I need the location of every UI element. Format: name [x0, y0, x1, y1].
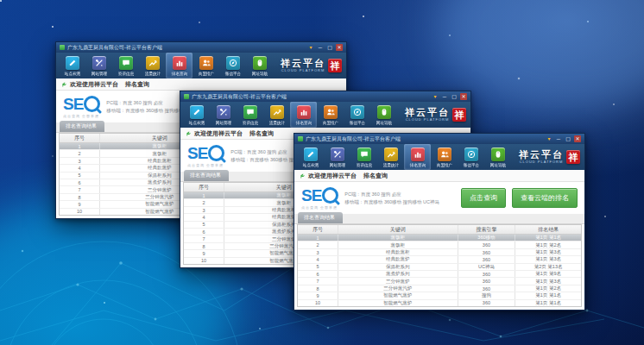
minimize-button[interactable]: ─: [555, 135, 562, 142]
toolbar-item-chat[interactable]: 资费信息: [112, 53, 139, 78]
table-row[interactable]: 2 蒸饭柜 360 第1页 第2名: [298, 242, 581, 248]
toolbar-item-compass[interactable]: 微信平台: [458, 144, 484, 170]
toolbar-item-label: 流量统计: [268, 120, 284, 125]
toolbar-item-line-chart[interactable]: 流量统计: [139, 53, 166, 78]
tab-ranking-results[interactable]: 排名查询结果: [184, 170, 229, 181]
toolbar-item-bar-chart[interactable]: 排名查询: [166, 53, 193, 78]
cell-engine: 360: [458, 285, 516, 292]
query-button[interactable]: 点击查询: [461, 188, 506, 208]
toolbar-item-pencil[interactable]: 站点检测: [59, 53, 85, 78]
cell-no: 6: [298, 271, 338, 277]
maximize-button[interactable]: ▢: [326, 44, 333, 51]
cloud-rank-button[interactable]: 查看云端的排名: [512, 188, 578, 208]
toolbar-item-label: 站点检测: [302, 162, 318, 167]
toolbar-item-users[interactable]: 商盟推广: [317, 102, 344, 128]
minimize-button[interactable]: ─: [441, 93, 448, 100]
seo-wordmark: SE: [63, 96, 83, 112]
cell-no: 3: [184, 207, 224, 213]
tab-ranking-results[interactable]: 排名查询结果: [298, 212, 343, 223]
pencil-icon: [190, 105, 204, 119]
window-titlebar[interactable]: 广东九鼎王厨具有限公司-祥云平台客户端 ▾ ─ ▢ ✕: [180, 91, 470, 102]
cell-keyword: 三分钟蒸汽炉: [338, 285, 458, 292]
table-body: 1 蒸饭柜 360移动 第1页 第1名 2 蒸饭柜 360 第1页 第2名 3 …: [298, 235, 581, 306]
toolbar-item-tools[interactable]: 网站管理: [85, 53, 112, 78]
toolbar-item-chat[interactable]: 资费信息: [350, 144, 377, 170]
toolbar-item-label: 商盟推广: [436, 162, 451, 167]
cell-no: 8: [184, 243, 224, 249]
table-row[interactable]: 7 三分钟蒸炉 360 第1页 第3名: [298, 278, 581, 285]
window-titlebar[interactable]: 广东九鼎王厨具有限公司-祥云平台客户端 ▾ ─ ▢ ✕: [56, 42, 346, 53]
table-row[interactable]: 8 三分钟蒸汽炉 360 第1页 第2名: [298, 285, 581, 292]
cell-keyword: 蒸饭柜: [338, 235, 458, 241]
toolbar-item-label: 排名查询: [409, 162, 425, 167]
brand-area: 祥云平台 CLOUD PLATFORM 祥: [405, 102, 468, 128]
cell-no: 5: [298, 264, 338, 270]
tab-ranking-results[interactable]: 排名查询结果: [60, 121, 104, 132]
mouse-icon: [377, 105, 391, 119]
header-no: 序号: [60, 134, 100, 142]
toolbar-item-chat[interactable]: 资费信息: [237, 102, 263, 128]
close-button[interactable]: ✕: [460, 93, 467, 100]
toolbar-item-tools[interactable]: 网站管理: [324, 144, 350, 170]
cell-engine: UC神马: [458, 264, 516, 270]
toolbar-item-compass[interactable]: 微信平台: [344, 102, 370, 128]
cell-result: 第1页 第3名: [515, 256, 581, 262]
skin-button[interactable]: ▾: [307, 44, 314, 51]
toolbar-item-tools[interactable]: 网站管理: [210, 102, 237, 128]
cell-engine: 搜狗: [458, 292, 516, 298]
table-row[interactable]: 10 智能燃气蒸炉 360 第1页 第1名: [298, 300, 581, 306]
toolbar-item-mouse[interactable]: 网址导航: [246, 53, 273, 78]
toolbar-item-compass[interactable]: 微信平台: [219, 53, 246, 78]
seo-tagline: 点击查询 全面掌握: [63, 114, 99, 118]
engine-coverage-text: PC端：百度 360 搜狗 必应 移动端：百度移动 360移动 搜狗移动 UC神…: [344, 191, 439, 205]
action-buttons: 点击查询 查看云端的排名: [461, 188, 578, 208]
brand-subtitle: CLOUD PLATFORM: [281, 69, 325, 72]
welcome-section-label: 排名查询: [125, 80, 149, 89]
toolbar-item-label: 站点检测: [64, 71, 79, 76]
table-row[interactable]: 1 蒸饭柜 360移动 第1页 第1名: [298, 235, 581, 242]
minimize-button[interactable]: ─: [317, 44, 324, 51]
table-row[interactable]: 3 经典款蒸柜 360 第1页 第3名: [298, 249, 581, 256]
skin-button[interactable]: ▾: [546, 135, 552, 142]
table-row[interactable]: 6 蒸煮炉系列 360 第1页 第9名: [298, 271, 581, 278]
mobile-engines-line: 移动端：百度移动 360移动 搜狗移动 UC神马: [344, 199, 439, 205]
cell-no: 1: [184, 192, 224, 198]
toolbar-item-mouse[interactable]: 网址导航: [484, 144, 511, 170]
maximize-button[interactable]: ▢: [451, 93, 458, 100]
toolbar-item-pencil[interactable]: 站点检测: [297, 144, 324, 170]
skin-button[interactable]: ▾: [432, 93, 439, 100]
tools-icon: [217, 105, 230, 119]
maximize-button[interactable]: ▢: [565, 135, 571, 142]
cell-keyword: 保温柜系列: [338, 264, 458, 270]
cell-keyword: 蒸煮炉系列: [338, 271, 458, 277]
cell-result: 第1页 第3名: [515, 249, 581, 255]
brand-seal-icon: 祥: [328, 59, 342, 72]
toolbar-item-line-chart[interactable]: 流量统计: [263, 102, 290, 128]
close-button[interactable]: ✕: [574, 135, 581, 142]
main-toolbar: 站点检测 网站管理 资费信息 流量统计 排名查询 商盟推广 微信平台 网址导航 …: [294, 144, 584, 170]
toolbar-item-users[interactable]: 商盟推广: [193, 53, 219, 78]
toolbar-item-mouse[interactable]: 网址导航: [370, 102, 397, 128]
table-row[interactable]: 9 智能燃气蒸炉 搜狗 第1页 第1名: [298, 292, 581, 299]
window-titlebar[interactable]: 广东九鼎王厨具有限公司-祥云平台客户端 ▾ ─ ▢ ✕: [294, 134, 584, 144]
app-icon: [184, 94, 189, 99]
toolbar-item-label: 网站管理: [329, 162, 344, 167]
toolbar-item-pencil[interactable]: 站点检测: [183, 102, 210, 128]
toolbar-item-line-chart[interactable]: 流量统计: [377, 144, 404, 170]
main-toolbar: 站点检测 网站管理 资费信息 流量统计 排名查询 商盟推广 微信平台 网址导航 …: [56, 53, 346, 78]
table-row[interactable]: 4 经典款蒸炉 360 第1页 第3名: [298, 256, 581, 263]
cell-no: 2: [298, 242, 338, 248]
close-button[interactable]: ✕: [336, 44, 343, 51]
toolbar-item-users[interactable]: 商盟推广: [431, 144, 458, 170]
toolbar-item-bar-chart[interactable]: 排名查询: [290, 102, 317, 128]
header-no: 序号: [184, 183, 224, 191]
brand-name: 祥云平台: [405, 108, 450, 117]
toolbar-item-bar-chart[interactable]: 排名查询: [404, 144, 431, 170]
tab-strip: 排名查询结果: [294, 214, 584, 224]
main-toolbar: 站点检测 网站管理 资费信息 流量统计 排名查询 商盟推广 微信平台 网址导航 …: [180, 102, 470, 128]
compass-icon: [226, 56, 240, 70]
seo-panel: SE 点击查询 全面掌握 PC端：百度 360 搜狗 必应 移动端：百度移动 3…: [294, 182, 584, 214]
cell-result: 第1页 第3名: [515, 278, 581, 284]
table-row[interactable]: 5 保温柜系列 UC神马 第2页 第13名: [298, 264, 581, 271]
header-engine: 搜索引擎: [458, 225, 516, 234]
